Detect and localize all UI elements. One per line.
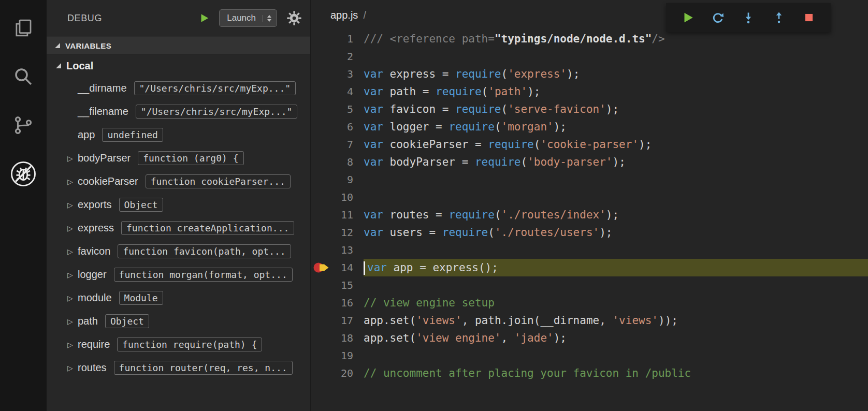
activity-explorer-button[interactable] [9,13,38,42]
activity-git-button[interactable] [9,111,38,140]
variable-name: logger [78,269,107,281]
collapsed-arrow-icon[interactable]: ▷ [67,178,78,186]
stop-icon [802,11,816,24]
code-line-20[interactable]: 20// uncomment after placing your favico… [311,364,868,382]
variable-row-require[interactable]: ▷requirefunction require(path) { [47,333,310,356]
continue-button[interactable] [679,9,697,26]
code-line-2[interactable]: 2 [311,48,868,65]
line-text: var cookieParser = require('cookie-parse… [364,136,868,153]
collapsed-arrow-icon[interactable]: ▷ [67,294,78,302]
code-line-7[interactable]: 7var cookieParser = require('cookie-pars… [311,136,868,153]
code-line-19[interactable]: 19 [311,347,868,364]
launch-config-dropdown[interactable]: Launch [219,9,277,27]
code-line-1[interactable]: 1/// <reference path="typings/node/node.… [311,30,868,48]
line-text [364,347,868,364]
variable-row-__dirname[interactable]: __dirname"/Users/chris/src/myExp..." [47,77,310,100]
code-line-3[interactable]: 3var express = require('express'); [311,65,868,83]
variable-value: "/Users/chris/src/myExp..." [134,81,296,95]
line-text: var users = require('./routes/users'); [364,224,868,241]
variable-value: function createApplication... [121,221,294,235]
expanded-arrow-icon [55,43,60,48]
variable-row-app[interactable]: appundefined [47,123,310,146]
variable-value: undefined [102,128,163,142]
activity-debug-button[interactable] [9,159,38,188]
variable-row-routes[interactable]: ▷routesfunction router(req, res, n... [47,356,310,379]
variable-name: path [78,315,98,327]
code-line-15[interactable]: 15 [311,276,868,294]
step-out-icon [772,11,786,24]
step-into-icon [742,11,755,24]
code-line-11[interactable]: 11var routes = require('./routes/index')… [311,206,868,224]
line-number: 1 [335,33,353,45]
line-text: var path = require('path'); [364,83,868,100]
files-icon [12,17,34,39]
variable-row-path[interactable]: ▷pathObject [47,310,310,333]
code-line-8[interactable]: 8var bodyParser = require('body-parser')… [311,153,868,171]
variable-row-__filename[interactable]: __filename"/Users/chris/src/myExp..." [47,100,310,123]
line-number: 20 [335,367,353,379]
variable-row-module[interactable]: ▷moduleModule [47,286,310,310]
collapsed-arrow-icon[interactable]: ▷ [67,364,78,372]
restart-button[interactable] [709,9,727,26]
variable-row-express[interactable]: ▷expressfunction createApplication... [47,216,310,240]
variable-value: Module [119,291,163,305]
collapsed-arrow-icon[interactable]: ▷ [67,247,78,256]
line-number: 4 [335,85,353,98]
variable-name: exports [78,199,112,211]
variable-value: function require(path) { [117,337,262,351]
breadcrumb-filename[interactable]: app.js [330,9,358,21]
activity-search-button[interactable] [9,62,38,91]
step-into-button[interactable] [740,9,757,26]
line-number: 9 [335,173,353,186]
scope-local-row[interactable]: Local [47,55,310,77]
line-number: 18 [335,332,353,344]
code-line-18[interactable]: 18app.set('view engine', 'jade'); [311,329,868,347]
code-line-16[interactable]: 16// view engine setup [311,294,868,312]
git-branch-icon [12,114,34,136]
collapsed-arrow-icon[interactable]: ▷ [67,317,78,326]
stop-button[interactable] [800,9,818,26]
variable-row-logger[interactable]: ▷loggerfunction morgan(format, opt... [47,263,310,286]
variable-value: Object [105,314,149,328]
debug-sidebar: DEBUG Launch [47,0,311,411]
variable-name: cookieParser [78,175,138,187]
variable-value: Object [119,198,163,212]
code-line-17[interactable]: 17app.set('views', path.join(__dirname, … [311,312,868,329]
line-text [364,276,868,294]
line-text: var express = require('express'); [364,65,868,83]
variable-value: function (arg0) { [138,151,243,165]
variable-row-bodyParser[interactable]: ▷bodyParserfunction (arg0) { [47,146,310,170]
code-line-10[interactable]: 10 [311,188,868,206]
line-text [364,171,868,188]
code-line-5[interactable]: 5var favicon = require('serve-favicon'); [311,100,868,118]
variable-row-cookieParser[interactable]: ▷cookieParserfunction cookieParser... [47,170,310,193]
collapsed-arrow-icon[interactable]: ▷ [67,201,78,209]
step-out-button[interactable] [770,9,788,26]
code-line-6[interactable]: 6var logger = require('morgan'); [311,118,868,136]
variable-row-favicon[interactable]: ▷faviconfunction favicon(path, opt... [47,240,310,263]
breakpoint-current-line-icon[interactable] [311,261,335,274]
variable-value: "/Users/chris/src/myExp..." [136,105,298,119]
debug-settings-button[interactable] [286,10,302,26]
line-number: 15 [335,279,353,291]
debug-toolbar [666,3,831,32]
restart-icon [711,11,725,24]
variable-value: function cookieParser... [146,174,291,188]
collapsed-arrow-icon[interactable]: ▷ [67,271,78,279]
variable-row-exports[interactable]: ▷exportsObject [47,193,310,216]
code-area: 1/// <reference path="typings/node/node.… [311,30,868,382]
variable-name: app [78,129,95,141]
code-line-4[interactable]: 4var path = require('path'); [311,83,868,100]
variables-list: __dirname"/Users/chris/src/myExp..."__fi… [47,77,310,411]
code-line-9[interactable]: 9 [311,171,868,188]
variables-section-label: VARIABLES [65,41,111,50]
variables-section-header[interactable]: VARIABLES [47,36,310,55]
code-line-13[interactable]: 13 [311,241,868,259]
collapsed-arrow-icon[interactable]: ▷ [67,154,78,163]
code-line-12[interactable]: 12var users = require('./routes/users'); [311,224,868,241]
variable-name: __dirname [78,82,127,94]
start-debug-button[interactable] [198,12,210,24]
collapsed-arrow-icon[interactable]: ▷ [67,224,78,232]
code-line-14[interactable]: 14var app = express(); [311,259,868,276]
collapsed-arrow-icon[interactable]: ▷ [67,341,78,349]
